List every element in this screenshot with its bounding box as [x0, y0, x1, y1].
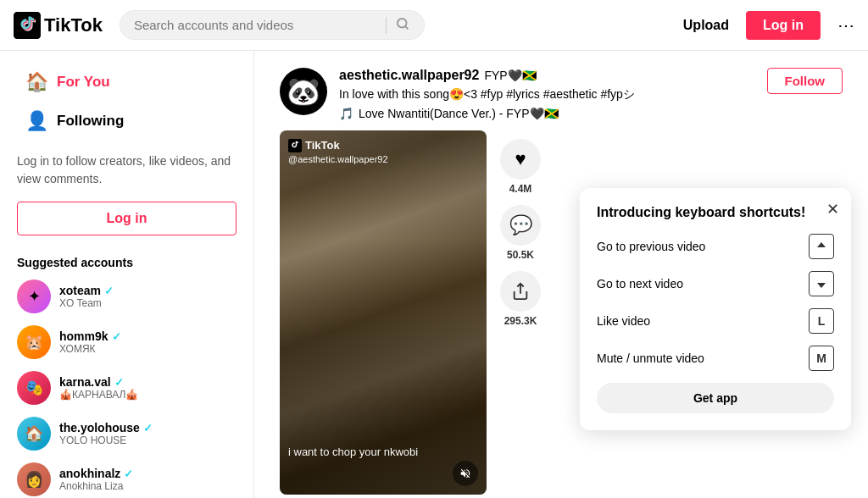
share-icon-circle	[500, 271, 541, 312]
comment-icon: 💬	[509, 214, 532, 236]
search-icon	[395, 16, 410, 31]
shortcut-key-prev	[809, 234, 834, 259]
post-meta: aesthetic.wallpaper92 FYP🖤🇯🇲 In love wit…	[339, 68, 755, 120]
search-button[interactable]	[395, 16, 410, 34]
suggested-accounts-title: Suggested accounts	[17, 256, 236, 269]
account-info-xoteam: xoteam ✓ XO Team	[59, 284, 114, 309]
verified-icon-karnaval: ✓	[114, 376, 124, 389]
shortcut-like-video: Like video L	[597, 308, 834, 334]
share-icon	[511, 282, 530, 301]
popup-title: Introducing keyboard shortcuts!	[597, 205, 834, 220]
verified-icon-yolohouse: ✓	[143, 422, 153, 434]
mute-icon	[459, 468, 471, 479]
avatar-yolohouse: 🏠	[17, 417, 51, 451]
comment-icon-circle: 💬	[500, 205, 541, 246]
shortcut-key-next	[809, 271, 834, 296]
display-xoteam: XO Team	[59, 297, 114, 309]
sidebar-login-button[interactable]: Log in	[17, 202, 236, 235]
shortcut-label-prev: Go to previous video	[597, 240, 705, 253]
comment-button[interactable]: 💬 50.5K	[500, 205, 541, 261]
sidebar-item-following[interactable]: 👤 Following	[17, 103, 236, 139]
suggested-account-xoteam[interactable]: ✦ xoteam ✓ XO Team	[17, 279, 236, 313]
display-homm9k: ХОМЯК	[59, 343, 121, 355]
search-input[interactable]	[134, 18, 377, 32]
content-area: 🐼 aesthetic.wallpaper92 FYP🖤🇯🇲 In love w…	[254, 51, 868, 498]
video-tiktok-icon	[288, 139, 302, 152]
post-caption: In love with this song😍<3 #fyp #lyrics #…	[339, 86, 755, 103]
logo-text: TikTok	[44, 14, 103, 36]
app-header: TikTok Upload Log in ⋯	[0, 0, 868, 51]
avatar-homm9k: 🐹	[17, 325, 51, 359]
video-tiktok-logo: TikTok	[288, 139, 340, 152]
tiktok-logo-icon	[14, 12, 41, 39]
mute-button[interactable]	[453, 461, 478, 486]
shortcut-mute-video: Mute / unmute video M	[597, 346, 834, 371]
like-button[interactable]: ♥ 4.4M	[500, 139, 541, 195]
shortcut-label-like: Like video	[597, 314, 650, 328]
username-anokhinalz: anokhinalz ✓	[59, 467, 133, 480]
post-header: 🐼 aesthetic.wallpaper92 FYP🖤🇯🇲 In love w…	[280, 68, 843, 120]
video-account-overlay: @aesthetic.wallpaper92	[288, 154, 388, 164]
search-bar[interactable]	[120, 10, 425, 40]
suggested-account-yolohouse[interactable]: 🏠 the.yolohouse ✓ YOLO HOUSE	[17, 417, 236, 451]
video-caption-overlay: i want to chop your nkwobi	[288, 445, 478, 460]
display-karnaval: 🎪КАРНАВАЛ🎪	[59, 389, 138, 401]
avatar-xoteam: ✦	[17, 279, 51, 313]
account-info-karnaval: karna.val ✓ 🎪КАРНАВАЛ🎪	[59, 375, 138, 401]
verified-icon-homm9k: ✓	[112, 330, 121, 343]
sidebar-item-label-for-you: For You	[57, 74, 110, 91]
login-button[interactable]: Log in	[746, 11, 821, 40]
username-xoteam: xoteam ✓	[59, 284, 114, 297]
svg-point-0	[398, 19, 407, 28]
sidebar-item-label-following: Following	[57, 113, 124, 130]
post-avatar[interactable]: 🐼	[280, 68, 327, 115]
account-info-anokhinalz: anokhinalz ✓ Anokhina Liza	[59, 467, 133, 492]
video-actions: ♥ 4.4M 💬 50.5K	[500, 139, 541, 334]
get-app-button[interactable]: Get app	[597, 383, 834, 413]
more-options-button[interactable]: ⋯	[837, 15, 854, 36]
verified-icon-xoteam: ✓	[104, 285, 114, 297]
account-info-yolohouse: the.yolohouse ✓ YOLO HOUSE	[59, 421, 153, 446]
username-yolohouse: the.yolohouse ✓	[59, 421, 153, 434]
heart-icon: ♥	[515, 148, 526, 170]
shortcut-prev-video: Go to previous video	[597, 234, 834, 259]
share-button[interactable]: 295.3K	[500, 271, 541, 327]
display-yolohouse: YOLO HOUSE	[59, 434, 153, 446]
video-overlay	[280, 130, 487, 495]
sidebar-nav: 🏠 For You 👤 Following	[17, 64, 236, 139]
suggested-account-karnaval[interactable]: 🎭 karna.val ✓ 🎪КАРНАВАЛ🎪	[17, 371, 236, 405]
username-homm9k: homm9k ✓	[59, 329, 121, 343]
post-music: 🎵 Love Nwantiti(Dance Ver.) - FYP🖤🇯🇲	[339, 107, 755, 120]
sidebar: 🏠 For You 👤 Following Log in to follow c…	[0, 51, 254, 498]
verified-icon-anokhinalz: ✓	[124, 468, 133, 480]
comment-count: 50.5K	[507, 249, 534, 261]
logo-area[interactable]: TikTok	[14, 12, 103, 39]
search-divider	[386, 17, 387, 34]
follow-button[interactable]: Follow	[767, 68, 843, 94]
popup-close-button[interactable]: ✕	[826, 200, 839, 219]
shortcut-next-video: Go to next video	[597, 271, 834, 296]
display-anokhinalz: Anokhina Liza	[59, 480, 133, 492]
main-layout: 🏠 For You 👤 Following Log in to follow c…	[0, 51, 868, 498]
shortcut-label-mute: Mute / unmute video	[597, 351, 704, 365]
avatar-anokhinalz: 👩	[17, 462, 51, 496]
video-thumbnail[interactable]: TikTok @aesthetic.wallpaper92 i want to …	[280, 130, 487, 495]
following-icon: 👤	[25, 110, 48, 132]
shortcut-key-like: L	[809, 308, 834, 334]
avatar-karnaval: 🎭	[17, 371, 51, 405]
video-brand-text: TikTok	[305, 139, 340, 152]
post-username: aesthetic.wallpaper92 FYP🖤🇯🇲	[339, 68, 755, 83]
arrow-down-icon	[815, 278, 827, 290]
suggested-account-homm9k[interactable]: 🐹 homm9k ✓ ХОМЯК	[17, 325, 236, 359]
suggested-account-anokhinalz[interactable]: 👩 anokhinalz ✓ Anokhina Liza	[17, 462, 236, 496]
upload-button[interactable]: Upload	[683, 18, 729, 33]
account-info-homm9k: homm9k ✓ ХОМЯК	[59, 329, 121, 355]
sidebar-item-for-you[interactable]: 🏠 For You	[17, 64, 236, 100]
music-icon: 🎵	[339, 107, 353, 120]
shortcut-key-mute: M	[809, 346, 834, 371]
login-prompt: Log in to follow creators, like videos, …	[17, 152, 236, 188]
username-karnaval: karna.val ✓	[59, 375, 138, 389]
post-avatar-emoji: 🐼	[287, 75, 320, 108]
post-music-text: Love Nwantiti(Dance Ver.) - FYP🖤🇯🇲	[359, 107, 559, 120]
like-count: 4.4M	[509, 183, 532, 195]
